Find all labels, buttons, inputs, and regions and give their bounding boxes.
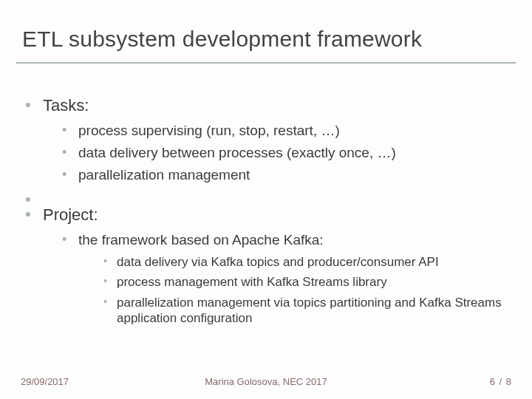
list-item-text: the framework based on Apache Kafka: (78, 232, 324, 248)
slide-body: Tasks: process supervising (run, stop, r… (25, 96, 510, 333)
footer: 29/09/2017 Marina Golosova, NEC 2017 6 /… (21, 376, 511, 387)
list-item-text: process management with Kafka Streams li… (117, 275, 387, 289)
section-heading: Tasks: (43, 96, 89, 115)
spacer (25, 191, 510, 205)
project-list: the framework based on Apache Kafka: dat… (43, 232, 510, 326)
project-sublist: data delivery via Kafka topics and produ… (78, 254, 510, 326)
footer-author: Marina Golosova, NEC 2017 (21, 376, 511, 387)
list-item-text: data delivery via Kafka topics and produ… (117, 255, 439, 269)
list-item: process management with Kafka Streams li… (103, 274, 510, 290)
list-item: process supervising (run, stop, restart,… (62, 123, 510, 139)
list-item-text: parallelization management (78, 167, 250, 183)
slide: ETL subsystem development framework Task… (0, 0, 532, 399)
list-item: data delivery between processes (exactly… (62, 145, 510, 161)
list-item-text: parallelization management via topics pa… (117, 296, 502, 325)
list-item: parallelization management via topics pa… (103, 295, 510, 327)
section-heading: Project: (43, 205, 98, 224)
title-container: ETL subsystem development framework (16, 16, 516, 64)
list-item: parallelization management (62, 167, 510, 183)
list-item: data delivery via Kafka topics and produ… (103, 254, 510, 270)
tasks-list: process supervising (run, stop, restart,… (43, 123, 510, 183)
list-item-text: process supervising (run, stop, restart,… (78, 123, 340, 138)
section-tasks: Tasks: process supervising (run, stop, r… (25, 96, 510, 183)
slide-title: ETL subsystem development framework (22, 27, 510, 52)
list-item: the framework based on Apache Kafka: dat… (62, 232, 510, 326)
list-item-text: data delivery between processes (exactly… (78, 145, 396, 160)
section-project: Project: the framework based on Apache K… (25, 205, 510, 326)
bullet-list: Tasks: process supervising (run, stop, r… (25, 96, 510, 326)
